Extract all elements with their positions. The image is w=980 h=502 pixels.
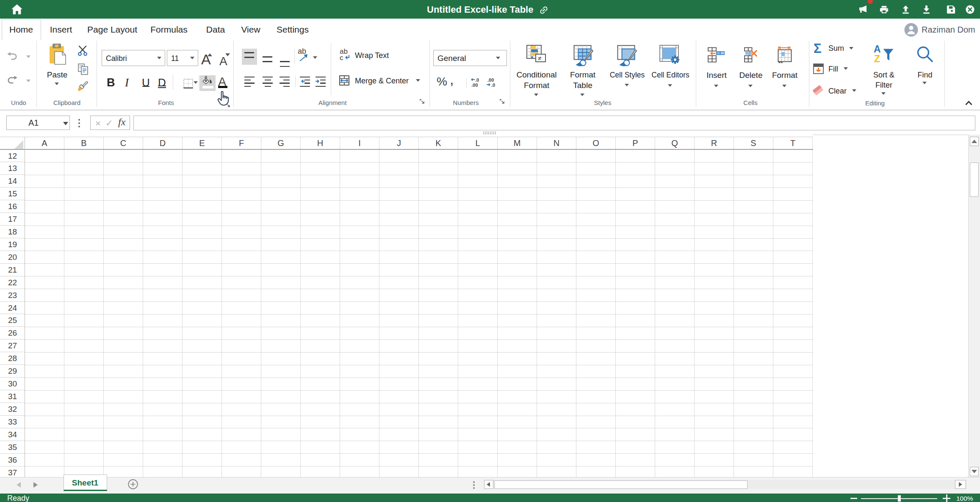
- svg-text:.00: .00: [487, 77, 494, 83]
- svg-text:.0: .0: [491, 83, 495, 88]
- svg-text:.00: .00: [471, 83, 478, 88]
- svg-text:.0: .0: [475, 77, 479, 83]
- svg-text:≠: ≠: [538, 55, 541, 62]
